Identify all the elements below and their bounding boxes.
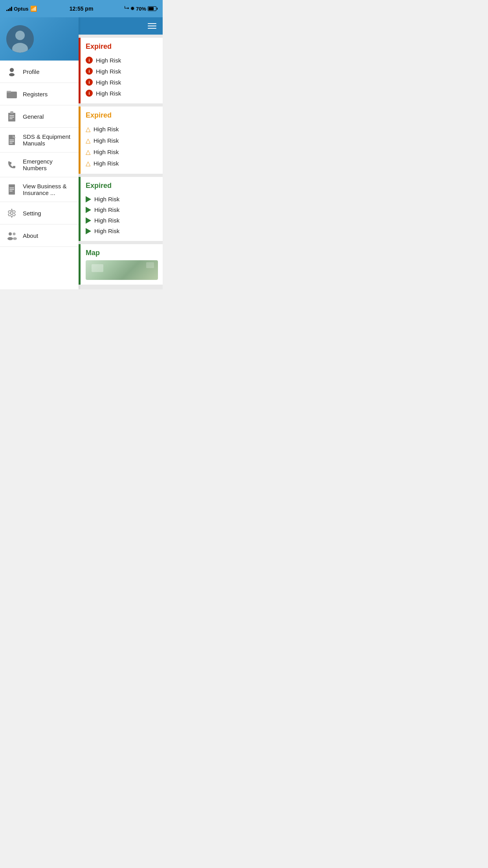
svg-rect-17 <box>9 143 13 143</box>
folder-icon <box>6 88 17 99</box>
emergency-label: Emergency Numbers <box>23 158 72 171</box>
risk-label: High Risk <box>94 160 119 167</box>
phone-icon <box>6 159 17 170</box>
expired-title-red: Expired <box>86 42 158 51</box>
location-icon: ⮡ <box>124 6 129 11</box>
svg-point-26 <box>13 237 17 240</box>
business-label: View Business & Insurance ... <box>23 183 72 196</box>
risk-item[interactable]: △ High Risk <box>86 135 158 146</box>
map-card[interactable]: Map <box>79 244 163 285</box>
sidebar-item-about[interactable]: About <box>0 224 79 247</box>
card-content-green: Expired High Risk High Risk High Risk Hi… <box>79 177 163 241</box>
battery-fill <box>149 7 154 10</box>
info-icon-red: i <box>86 57 93 64</box>
map-title: Map <box>86 249 158 257</box>
sidebar-item-setting[interactable]: Setting <box>0 202 79 224</box>
risk-item[interactable]: High Risk <box>86 194 158 204</box>
signal-bar-3 <box>9 8 11 11</box>
setting-label: Setting <box>23 210 41 217</box>
expired-card-red: Expired i High Risk i High Risk i High R… <box>79 38 163 103</box>
expired-card-green: Expired High Risk High Risk High Risk Hi… <box>79 177 163 241</box>
map-border <box>79 244 81 285</box>
info-icon-red: i <box>86 68 93 75</box>
avatar <box>6 25 34 53</box>
risk-item[interactable]: i High Risk <box>86 88 158 99</box>
person-icon <box>6 66 17 77</box>
status-time: 12:55 pm <box>70 6 94 12</box>
risk-label: High Risk <box>94 228 119 234</box>
risk-item[interactable]: △ High Risk <box>86 146 158 158</box>
svg-rect-6 <box>7 92 17 98</box>
people-icon <box>6 230 17 241</box>
signal-bar-2 <box>8 9 9 11</box>
sidebar-header <box>0 17 79 61</box>
battery-icon <box>148 6 156 11</box>
svg-rect-16 <box>9 141 14 142</box>
battery-percent: 70% <box>136 6 146 12</box>
sidebar-item-emergency[interactable]: Emergency Numbers <box>0 153 79 177</box>
warning-icon: △ <box>86 125 90 133</box>
document2-icon <box>6 184 17 195</box>
status-right: ⮡ ✹ 70% <box>124 6 156 12</box>
hamburger-line-1 <box>148 23 156 24</box>
expired-title-orange: Expired <box>86 111 158 120</box>
svg-rect-12 <box>9 118 13 119</box>
risk-item[interactable]: i High Risk <box>86 55 158 66</box>
expired-card-orange: Expired △ High Risk △ High Risk △ High R… <box>79 107 163 174</box>
status-left: Optus 📶 <box>6 6 37 12</box>
registers-label: Registers <box>23 91 48 97</box>
risk-label: High Risk <box>94 149 119 155</box>
info-icon-red: i <box>86 90 93 97</box>
risk-item[interactable]: △ High Risk <box>86 158 158 169</box>
sidebar-item-profile[interactable]: Profile <box>0 61 79 83</box>
play-icon <box>86 196 91 202</box>
risk-label: High Risk <box>96 79 121 86</box>
sidebar-item-sds[interactable]: SDS & Equipment Manuals <box>0 128 79 153</box>
hamburger-menu[interactable] <box>148 23 156 29</box>
risk-label: High Risk <box>94 126 119 132</box>
risk-label: High Risk <box>94 137 119 144</box>
hamburger-line-2 <box>148 26 156 26</box>
card-content-red: Expired i High Risk i High Risk i High R… <box>79 38 163 103</box>
play-icon <box>86 207 91 213</box>
risk-label: High Risk <box>96 90 121 97</box>
wifi-icon: 📶 <box>30 6 37 12</box>
warning-icon: △ <box>86 137 90 144</box>
general-label: General <box>23 113 44 120</box>
risk-item[interactable]: High Risk <box>86 215 158 226</box>
risk-item[interactable]: High Risk <box>86 226 158 236</box>
sidebar-item-business[interactable]: View Business & Insurance ... <box>0 177 79 202</box>
svg-point-4 <box>9 73 15 76</box>
risk-item[interactable]: i High Risk <box>86 66 158 77</box>
info-icon-red: i <box>86 79 93 86</box>
risk-item[interactable]: High Risk <box>86 204 158 215</box>
risk-item[interactable]: i High Risk <box>86 77 158 88</box>
signal-bar-1 <box>6 10 7 11</box>
svg-rect-11 <box>9 117 14 118</box>
menu-items: Profile Registers <box>0 61 79 289</box>
play-icon <box>86 217 91 224</box>
svg-point-25 <box>13 233 16 235</box>
document-icon <box>6 134 17 145</box>
svg-point-24 <box>7 237 13 240</box>
risk-label: High Risk <box>96 68 121 75</box>
right-panel-header <box>79 17 163 35</box>
risk-label: High Risk <box>94 196 119 202</box>
bluetooth-icon: ✹ <box>130 6 134 11</box>
play-icon <box>86 228 91 234</box>
profile-label: Profile <box>23 68 40 75</box>
about-label: About <box>23 232 38 239</box>
svg-rect-7 <box>7 91 11 92</box>
card-border-red <box>79 38 81 103</box>
sidebar-item-general[interactable]: General <box>0 105 79 128</box>
sidebar-item-registers[interactable]: Registers <box>0 83 79 105</box>
svg-rect-21 <box>9 191 13 191</box>
svg-point-1 <box>15 31 25 40</box>
gear-icon <box>6 208 17 219</box>
card-content-orange: Expired △ High Risk △ High Risk △ High R… <box>79 107 163 174</box>
signal-bars <box>6 6 12 11</box>
map-preview <box>86 260 158 280</box>
risk-item[interactable]: △ High Risk <box>86 123 158 135</box>
svg-rect-19 <box>9 188 14 188</box>
status-bar: Optus 📶 12:55 pm ⮡ ✹ 70% <box>0 0 163 17</box>
